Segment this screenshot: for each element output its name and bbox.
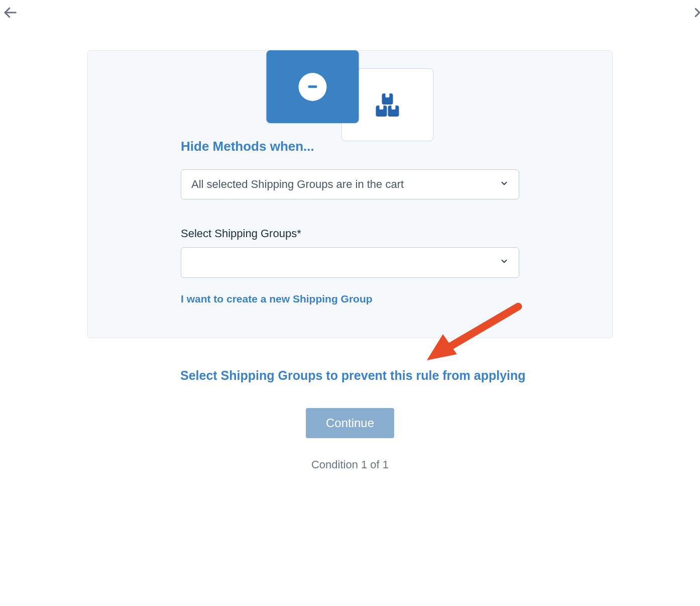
create-shipping-group-link[interactable]: I want to create a new Shipping Group bbox=[181, 293, 373, 305]
forward-button[interactable] bbox=[690, 5, 700, 20]
main-container: Hide Methods when... All selected Shippi… bbox=[87, 50, 613, 471]
back-button[interactable] bbox=[3, 5, 18, 20]
boxes-icon bbox=[374, 91, 402, 119]
hide-rule-card bbox=[267, 50, 359, 123]
shipping-groups-dropdown[interactable] bbox=[181, 247, 519, 278]
chevron-down-icon bbox=[500, 179, 509, 190]
chevron-down-icon bbox=[500, 257, 509, 268]
exclusion-section-header: Select Shipping Groups to prevent this r… bbox=[87, 368, 613, 383]
minus-circle-icon bbox=[299, 73, 327, 101]
condition-dropdown-value: All selected Shipping Groups are in the … bbox=[191, 178, 404, 191]
continue-button[interactable]: Continue bbox=[306, 408, 394, 438]
condition-dropdown[interactable]: All selected Shipping Groups are in the … bbox=[181, 169, 519, 199]
condition-counter: Condition 1 of 1 bbox=[87, 458, 613, 471]
groups-label: Select Shipping Groups* bbox=[181, 227, 519, 240]
icon-cards-group bbox=[267, 50, 434, 141]
